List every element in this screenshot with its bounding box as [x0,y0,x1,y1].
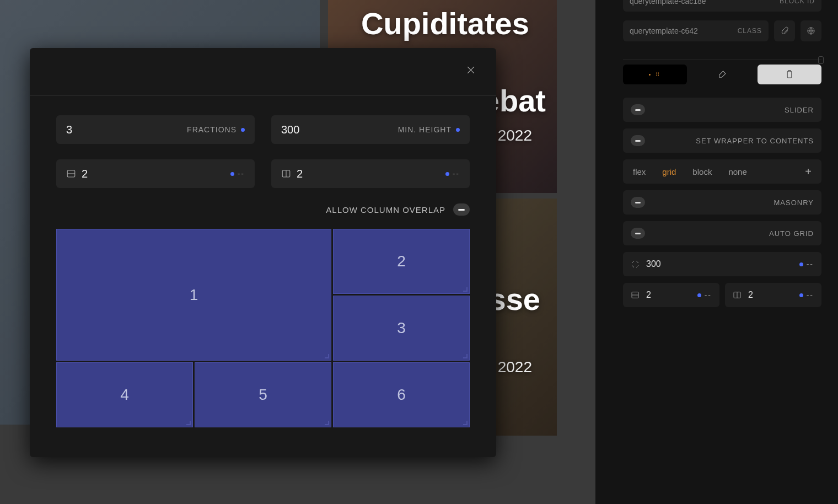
modified-dot-icon [799,262,803,266]
post-title: Cupiditates [361,6,529,41]
resize-handle-icon[interactable] [463,287,468,292]
grid-preview: 1 2 3 4 5 6 [56,229,470,427]
columns-icon [281,169,291,179]
control-label: MASONRY [774,199,814,207]
unit-dash: -- [453,169,460,178]
input-value: 2 [646,290,651,300]
input-value: 300 [281,124,299,136]
collapse-icon [631,260,640,269]
input-value: 300 [646,259,661,269]
grid-layout-modal: 3 FRACTIONS 300 MIN. HEIGHT 2 -- [30,48,496,457]
unit-dash: -- [705,291,712,299]
overlap-label: ALLOW COLUMN OVERLAP [326,205,445,215]
divider [30,95,496,96]
block-id-field[interactable]: querytemplate-cac18e BLOCK ID [623,0,821,12]
display-option-none[interactable]: none [728,167,746,176]
close-button[interactable] [462,61,480,79]
attach-button[interactable] [774,20,795,41]
modified-dot-icon [456,128,460,132]
row-gap-input-sidebar[interactable]: 2 -- [623,283,719,307]
rows-icon [66,169,76,179]
display-mode-selector[interactable]: flex grid block none + [623,159,821,184]
wrapper-toggle[interactable]: SET WRAPPER TO CONTENTS [623,128,821,153]
display-option-flex[interactable]: flex [633,167,646,176]
field-label: CLASS [738,27,762,35]
input-label: MIN. HEIGHT [398,125,452,134]
display-option-block[interactable]: block [692,167,712,176]
divider [623,60,821,60]
post-title-fragment: sse [489,281,540,317]
input-label: FRACTIONS [187,125,237,134]
modified-dot-icon [241,128,245,132]
modified-dot-icon [697,293,701,297]
autogrid-toggle[interactable]: AUTO GRID [623,221,821,245]
toggle-icon [631,228,645,239]
grid-cell-5[interactable]: 5 [195,362,331,427]
slider-toggle[interactable]: SLIDER [623,98,821,122]
resize-handle-icon[interactable] [463,421,468,425]
unit-dash: -- [238,169,245,178]
tab-style[interactable] [690,65,754,84]
col-gap-input-sidebar[interactable]: 2 -- [725,283,821,307]
control-label: AUTO GRID [769,229,814,238]
row-gap-input[interactable]: 2 -- [56,159,255,188]
control-label: SLIDER [785,106,814,114]
grid-cell-3[interactable]: 3 [333,296,470,361]
grid-cell-6[interactable]: 6 [333,362,470,427]
grid-cell-2[interactable]: 2 [333,229,470,294]
grid-dots-icon: • ⠿ [649,72,661,78]
input-value: 2 [82,168,88,180]
field-label: BLOCK ID [780,0,815,5]
fractions-input[interactable]: 3 FRACTIONS [56,115,255,144]
resize-handle-icon[interactable] [186,421,191,425]
clipboard-icon [785,69,794,79]
grid-cell-1[interactable]: 1 [56,229,331,361]
class-field[interactable]: querytemplate-c642 CLASS [623,20,769,41]
min-width-input[interactable]: 300 -- [623,252,821,276]
paperclip-icon [780,26,789,35]
input-value: 2 [748,290,753,300]
globe-icon [807,26,815,35]
display-option-grid[interactable]: grid [662,167,676,176]
column-gap-input[interactable]: 2 -- [271,159,470,188]
grid-cell-4[interactable]: 4 [56,362,193,427]
masonry-toggle[interactable]: MASONRY [623,190,821,215]
resize-handle-icon[interactable] [325,421,329,425]
global-button[interactable] [801,20,821,41]
field-value: querytemplate-c642 [630,26,698,35]
min-height-input[interactable]: 300 MIN. HEIGHT [271,115,470,144]
tab-clipboard[interactable] [758,65,821,84]
rows-icon [631,291,640,299]
input-value: 2 [297,168,303,180]
unit-dash: -- [807,260,814,269]
modified-dot-icon [445,172,449,176]
unit-dash: -- [807,291,814,299]
resize-handle-icon[interactable] [463,354,468,358]
toggle-icon [631,135,645,146]
overlap-toggle[interactable] [453,203,470,216]
properties-sidebar: querytemplate-cac18e BLOCK ID querytempl… [595,0,838,504]
control-label: SET WRAPPER TO CONTENTS [696,137,814,145]
resize-handle-icon[interactable] [325,354,329,358]
close-icon [465,65,476,76]
field-value: querytemplate-cac18e [630,0,706,6]
modified-dot-icon [799,293,803,297]
tab-layout[interactable]: • ⠿ [623,65,687,84]
add-display-option[interactable]: + [805,165,812,178]
modified-dot-icon [230,172,234,176]
brush-icon [717,69,727,79]
toggle-icon [631,197,645,208]
columns-icon [733,291,742,299]
input-value: 3 [66,124,72,136]
toggle-icon [631,104,645,115]
